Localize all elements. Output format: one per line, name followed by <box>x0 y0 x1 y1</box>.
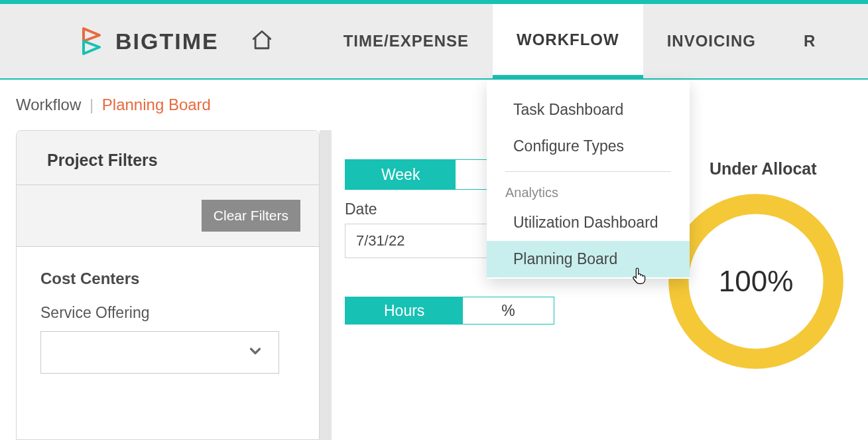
cost-centers-title: Cost Centers <box>40 269 295 288</box>
menu-planning-board[interactable]: Planning Board <box>487 241 690 277</box>
menu-group-analytics: Analytics <box>487 179 690 204</box>
menu-divider <box>505 171 671 172</box>
service-offering-select[interactable] <box>40 331 279 374</box>
filters-header: Project Filters Clear Filters <box>17 131 319 247</box>
unit-hours-option[interactable]: Hours <box>345 297 463 324</box>
breadcrumb-current: Planning Board <box>102 96 211 113</box>
menu-utilization-dashboard[interactable]: Utilization Dashboard <box>487 204 690 241</box>
workflow-dropdown: Task Dashboard Configure Types Analytics… <box>487 80 690 279</box>
menu-configure-types[interactable]: Configure Types <box>487 128 690 165</box>
breadcrumb: Workflow | Planning Board <box>0 80 868 130</box>
breadcrumb-sep: | <box>90 96 93 113</box>
breadcrumb-root[interactable]: Workflow <box>16 96 81 113</box>
nav-reports[interactable]: R <box>780 4 816 78</box>
main-nav: TIME/EXPENSE WORKFLOW INVOICING R <box>320 4 816 78</box>
unit-percent-option[interactable]: % <box>463 297 553 324</box>
brand-logo-text: BIGTIME <box>115 29 219 54</box>
panel-splitter[interactable] <box>320 130 332 440</box>
nav-invoicing[interactable]: INVOICING <box>643 4 780 78</box>
filters-sidebar: Project Filters Clear Filters Cost Cente… <box>16 130 320 440</box>
filters-title: Project Filters <box>17 131 319 185</box>
filters-body: Cost Centers Service Offering <box>17 247 319 396</box>
nav-time-expense[interactable]: TIME/EXPENSE <box>320 4 493 78</box>
allocation-dial-value: 100% <box>719 265 794 298</box>
period-week-option[interactable]: Week <box>345 160 456 189</box>
nav-workflow[interactable]: WORKFLOW <box>493 4 643 78</box>
clear-filters-button[interactable]: Clear Filters <box>202 200 300 232</box>
main-content: Project Filters Clear Filters Cost Cente… <box>0 130 868 440</box>
allocation-dial: 100% <box>663 188 849 374</box>
allocation-dial-title: Under Allocat <box>710 159 817 179</box>
app-header: BIGTIME TIME/EXPENSE WORKFLOW INVOICING … <box>0 4 868 80</box>
unit-toggle: Hours % <box>345 297 554 325</box>
filters-clear-row: Clear Filters <box>17 185 319 247</box>
menu-task-dashboard[interactable]: Task Dashboard <box>487 92 690 128</box>
brand-logo-mark <box>80 26 106 56</box>
service-offering-label: Service Offering <box>40 304 295 322</box>
chevron-down-icon <box>247 342 264 362</box>
home-icon[interactable] <box>251 29 273 54</box>
brand-logo[interactable]: BIGTIME <box>80 26 219 56</box>
